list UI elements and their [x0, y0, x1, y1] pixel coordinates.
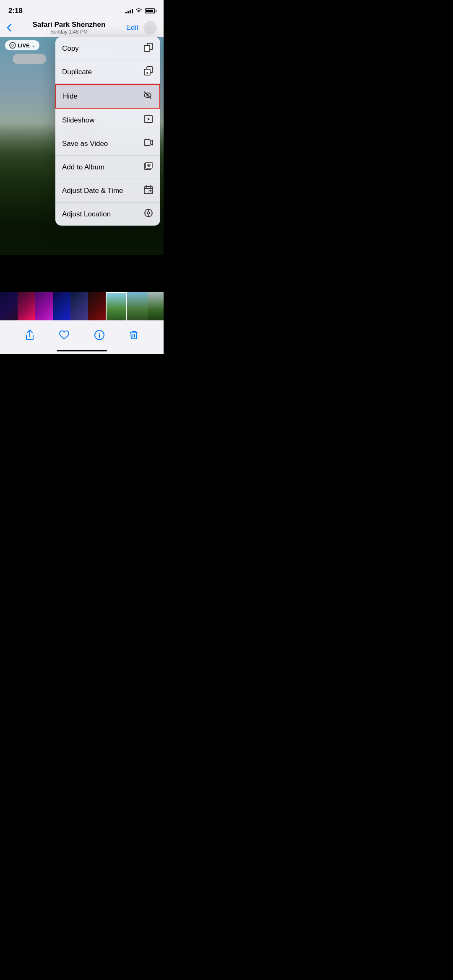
hide-icon	[143, 91, 153, 102]
location-icon	[143, 208, 154, 220]
video-icon	[143, 138, 154, 149]
thumbnail-strip	[0, 292, 164, 321]
bottom-toolbar	[0, 320, 164, 354]
nav-title: Safari Park Shenzhen Sunday 1:48 PM	[12, 21, 126, 35]
thumbnail-item[interactable]	[88, 292, 106, 321]
status-bar: 2:18	[0, 0, 164, 18]
live-badge-container[interactable]: LIVE ⌄	[5, 40, 39, 50]
svg-point-32	[147, 212, 150, 214]
context-menu: Copy Duplicate Hide	[55, 37, 160, 226]
status-icons	[125, 8, 155, 14]
slideshow-icon	[143, 114, 154, 126]
svg-marker-17	[148, 118, 150, 120]
like-button[interactable]	[59, 330, 70, 340]
menu-item-adjust-location[interactable]: Adjust Location	[55, 203, 160, 226]
back-button[interactable]	[7, 23, 12, 32]
live-chevron: ⌄	[31, 43, 35, 48]
menu-item-adjust-date[interactable]: Adjust Date & Time	[55, 179, 160, 203]
thumbnail-item[interactable]	[127, 292, 148, 321]
photo-subtitle: Sunday 1:48 PM	[12, 29, 126, 35]
wifi-icon	[135, 8, 142, 14]
signal-icon	[125, 8, 133, 13]
live-circle-inner	[11, 44, 14, 47]
menu-label-duplicate: Duplicate	[62, 68, 92, 76]
nav-actions: Edit ···	[126, 21, 157, 34]
nav-bar: Safari Park Shenzhen Sunday 1:48 PM Edit…	[0, 18, 164, 37]
info-button[interactable]	[94, 330, 105, 341]
share-button[interactable]	[25, 329, 35, 341]
menu-item-save-video[interactable]: Save as Video	[55, 132, 160, 156]
thumbnail-item-active[interactable]	[106, 292, 127, 321]
menu-label-copy: Copy	[62, 44, 79, 53]
menu-item-duplicate[interactable]: Duplicate	[55, 60, 160, 84]
menu-item-hide[interactable]: Hide	[55, 84, 160, 109]
live-circle-icon	[9, 42, 16, 49]
duplicate-icon	[143, 66, 154, 78]
more-button[interactable]: ···	[143, 21, 157, 34]
menu-label-hide: Hide	[63, 92, 78, 101]
copy-icon	[143, 43, 154, 54]
delete-button[interactable]	[129, 330, 139, 341]
menu-label-add-album: Add to Album	[62, 163, 104, 172]
menu-label-adjust-location: Adjust Location	[62, 210, 111, 218]
photo-title: Safari Park Shenzhen	[12, 21, 126, 29]
thumbnail-item[interactable]	[148, 292, 164, 321]
home-indicator	[57, 350, 107, 351]
menu-item-slideshow[interactable]: Slideshow	[55, 109, 160, 132]
menu-label-adjust-date: Adjust Date & Time	[62, 187, 123, 195]
svg-rect-18	[144, 140, 150, 146]
thumbnail-item[interactable]	[53, 292, 70, 321]
svg-point-38	[99, 333, 100, 333]
menu-item-copy[interactable]: Copy	[55, 37, 160, 60]
battery-icon	[145, 8, 155, 13]
status-time: 2:18	[8, 7, 23, 15]
live-badge[interactable]: LIVE ⌄	[5, 40, 39, 50]
live-label: LIVE	[18, 42, 30, 49]
thumbnail-item[interactable]	[0, 292, 18, 321]
thumbnail-item[interactable]	[70, 292, 88, 321]
thumbnail-item[interactable]	[35, 292, 53, 321]
svg-rect-8	[144, 45, 150, 52]
calendar-icon	[143, 185, 154, 196]
menu-item-add-album[interactable]: Add to Album	[55, 156, 160, 179]
thumbnail-item[interactable]	[18, 292, 35, 321]
menu-label-slideshow: Slideshow	[62, 116, 95, 125]
edit-button[interactable]: Edit	[126, 23, 138, 32]
album-icon	[143, 161, 154, 173]
menu-label-save-video: Save as Video	[62, 140, 108, 148]
